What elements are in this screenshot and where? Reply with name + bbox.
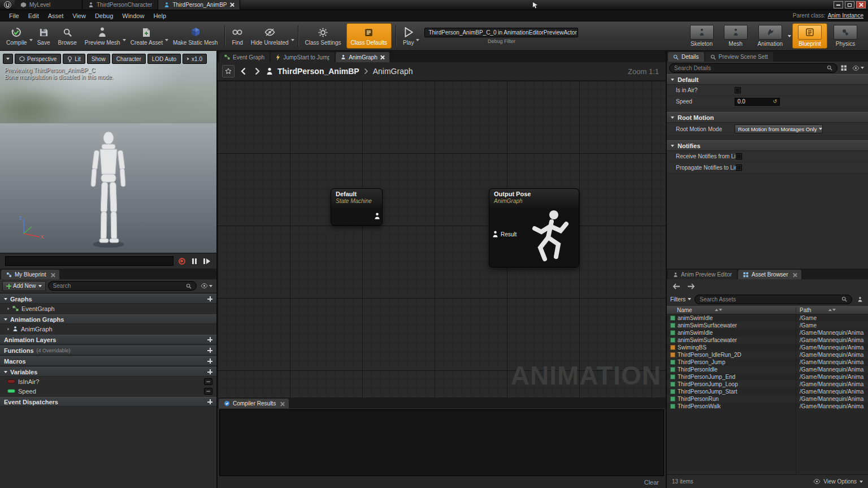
category-default[interactable]: Default (667, 74, 868, 85)
add-function-button[interactable] (207, 348, 212, 353)
minimize-button[interactable] (834, 1, 843, 8)
asset-row[interactable]: ThirdPersonWalk /Game/Mannequin/Anima (667, 403, 868, 410)
lod-auto-button[interactable]: LOD Auto (147, 54, 181, 64)
back-button[interactable] (239, 67, 248, 76)
menu-item[interactable]: Asset (44, 12, 68, 19)
class-settings-button[interactable]: Class Settings (301, 21, 345, 50)
tab-event-graph[interactable]: Event Graph (219, 52, 270, 62)
tab-anim-preview-editor[interactable]: Anim Preview Editor (668, 270, 737, 279)
tree-item-speed[interactable]: Speed (0, 386, 216, 396)
history-back-button[interactable] (672, 283, 680, 290)
asset-row[interactable]: ThirdPersonRun /Game/Mannequin/Anima (667, 395, 868, 403)
compile-button[interactable]: Compile (2, 25, 31, 47)
class-defaults-button[interactable]: Class Defaults (346, 23, 392, 49)
add-macro-button[interactable] (207, 359, 212, 364)
filters-button[interactable]: Filters (670, 296, 691, 303)
tab-my-blueprint[interactable]: My Blueprint (1, 270, 59, 279)
receive-notifies-checkbox[interactable] (736, 153, 742, 159)
window-tab-mylevel[interactable]: MyLevel (15, 0, 83, 10)
search-input[interactable] (53, 283, 184, 289)
variables-section-header[interactable]: Variables (0, 367, 216, 377)
find-button[interactable]: Find (228, 21, 246, 50)
expander-icon[interactable] (7, 327, 9, 330)
functions-section-header[interactable]: Functions (4 Overridable) (0, 346, 216, 355)
asset-row[interactable]: animSwimSurfacewater /Game/Mannequin/Ani… (667, 336, 868, 344)
root-motion-mode-dropdown[interactable]: Root Motion from Montages Only (735, 124, 823, 133)
breadcrumb-root[interactable]: ThirdPerson_AnimBP (277, 67, 359, 76)
property-matrix-button[interactable] (839, 65, 849, 71)
viewport-options-button[interactable] (3, 54, 13, 64)
details-view-options-button[interactable] (850, 66, 866, 71)
add-animation-layer-button[interactable] (207, 337, 212, 342)
lit-button[interactable]: Lit (63, 54, 85, 64)
tree-item-animgraph[interactable]: AnimGraph (0, 324, 216, 334)
add-event-dispatcher-button[interactable] (207, 399, 212, 404)
mode-animation-button[interactable]: Animation (753, 24, 788, 48)
asset-row[interactable]: animSwimSurfacewater /Game (667, 322, 868, 329)
tab-asset-browser[interactable]: Asset Browser (738, 270, 801, 279)
asset-row[interactable]: animSwimIdle /Game (667, 314, 868, 322)
pause-button[interactable] (190, 256, 198, 266)
browse-button[interactable]: Browse (54, 21, 80, 50)
other-developers-filter-button[interactable] (856, 296, 865, 303)
tab-animgraph[interactable]: AnimGraph (336, 52, 389, 62)
visibility-filter-button[interactable] (199, 283, 214, 288)
variable-visibility-toggle[interactable] (204, 378, 212, 385)
play-dropdown-icon[interactable] (416, 39, 419, 41)
add-new-button[interactable]: Add New (2, 281, 46, 291)
close-tab-icon[interactable] (280, 402, 284, 405)
column-header-name[interactable]: Name (667, 307, 796, 313)
macros-section-header[interactable]: Macros (0, 356, 216, 366)
debug-object-dropdown[interactable]: ThirdPerson_AnimBP_C_0 in AnimationEdito… (424, 28, 578, 37)
asset-row[interactable]: ThirdPersonJump_End /Game/Mannequin/Anim… (667, 373, 868, 381)
mode-mesh-button[interactable]: Mesh (719, 21, 753, 50)
view-options-button[interactable]: View Options (813, 478, 863, 485)
asset-row[interactable]: animSwimIdle /Game/Mannequin/Anima (667, 329, 868, 336)
category-root-motion[interactable]: Root Motion (667, 112, 868, 123)
create-asset-button[interactable]: Create Asset (127, 25, 167, 47)
is-in-air-checkbox[interactable] (735, 87, 741, 93)
asset-row[interactable]: ThirdPersonJump_Start /Game/Mannequin/An… (667, 388, 868, 395)
event-dispatchers-section-header[interactable]: Event Dispatchers (0, 397, 216, 407)
mode-skeleton-button[interactable]: Skeleton (685, 21, 719, 50)
asset-row[interactable]: SwimingBS /Game/Mannequin/Anima (667, 344, 868, 351)
mode-blueprint-button[interactable]: Blueprint (792, 23, 827, 49)
record-button[interactable] (177, 256, 186, 266)
create-asset-dropdown-icon[interactable] (165, 39, 168, 41)
result-input-pin[interactable]: Result (492, 231, 517, 237)
window-tab-thirdperson-animbp[interactable]: ThirdPerson_AnimBP (158, 0, 240, 10)
propagate-notifies-checkbox[interactable] (736, 165, 742, 171)
asset-row[interactable]: ThirdPersonJump_Loop /Game/Mannequin/Ani… (667, 381, 868, 388)
preview-viewport[interactable]: Perspective Lit Show Character LOD Auto … (0, 51, 216, 269)
category-notifies[interactable]: Notifies (667, 140, 868, 151)
mode-physics-button[interactable]: Physics (828, 21, 862, 50)
maximize-button[interactable] (845, 1, 854, 8)
compile-dropdown-icon[interactable] (29, 39, 33, 41)
play-button[interactable]: Play (399, 25, 418, 47)
bookmark-button[interactable] (222, 65, 235, 77)
window-tab-thirdpersoncharacter[interactable]: ThirdPersonCharacter (83, 0, 158, 10)
column-header-path[interactable]: Path (796, 307, 868, 313)
menu-item[interactable]: View (68, 12, 90, 19)
hide-unrelated-button[interactable]: Hide Unrelated (247, 25, 293, 47)
tab-details[interactable]: Details (668, 52, 704, 62)
playback-speed-button[interactable]: x1.0 (183, 54, 207, 64)
expander-icon[interactable] (7, 307, 9, 310)
hide-unrelated-dropdown-icon[interactable] (291, 39, 294, 41)
show-button[interactable]: Show (87, 54, 110, 64)
tab-preview-scene-settings[interactable]: Preview Scene Sett (705, 52, 773, 62)
history-forward-button[interactable] (687, 283, 695, 290)
tree-item-eventgraph[interactable]: EventGraph (0, 304, 216, 313)
graph-canvas[interactable]: Default State Machine Output Pose AnimGr… (218, 81, 666, 398)
parent-class-value[interactable]: Anim Instance (828, 12, 863, 19)
animation-mode-dropdown-icon[interactable] (788, 35, 791, 37)
make-static-mesh-button[interactable]: Make Static Mesh (169, 21, 222, 50)
search-assets-input[interactable] (700, 296, 839, 303)
menu-item[interactable]: Edit (24, 12, 44, 19)
asset-row[interactable]: ThirdPerson_IdleRun_2D /Game/Mannequin/A… (667, 351, 868, 359)
tab-compiler-results[interactable]: Compiler Results (219, 399, 289, 408)
tree-item-isinair[interactable]: IsInAir? (0, 377, 216, 386)
state-machine-node-default[interactable]: Default State Machine (331, 188, 383, 226)
character-button[interactable]: Character (112, 54, 146, 64)
perspective-button[interactable]: Perspective (15, 54, 61, 64)
